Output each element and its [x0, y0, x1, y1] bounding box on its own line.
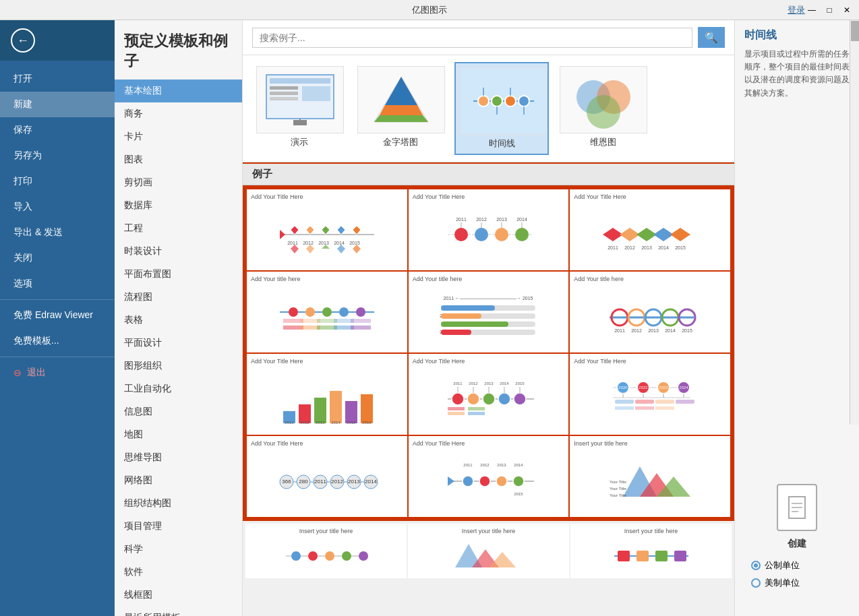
sidebar-item-exit[interactable]: ⊖ 退出 [0, 360, 115, 386]
example-item-1[interactable]: Add Your Title Here 2011 2012 2013 2014 [247, 189, 407, 270]
category-item-wireframe[interactable]: 线框图 [115, 584, 242, 607]
example-item-8[interactable]: Add Your Title Here 2011 2012 2013 2014 … [409, 354, 569, 435]
category-item-database[interactable]: 数据库 [115, 194, 242, 217]
ex10-content: 366 280 2011 2012 2013 2014 [251, 450, 403, 513]
example-item-2[interactable]: Add Your Title Here 2011 2012 2013 2014 [409, 189, 569, 270]
venn-thumbnail [560, 66, 647, 133]
template-card-presentation[interactable]: 演示 [252, 62, 347, 155]
example-item-10[interactable]: Add Your Title Here 366 280 2011 2012 20… [247, 436, 407, 517]
minimize-button[interactable]: — [805, 3, 819, 17]
ex3-content: 2011 2012 2013 2014 2015 [574, 203, 726, 266]
free-template-label: 免费模板... [13, 335, 59, 347]
sidebar-item-saveas[interactable]: 另存为 [0, 143, 115, 168]
svg-marker-10 [385, 77, 417, 105]
svg-point-194 [342, 551, 351, 561]
example-item-7[interactable]: Add Your Title Here 2011 2012 2013 2014 … [247, 354, 407, 435]
category-item-clipart[interactable]: 剪切画 [115, 171, 242, 194]
example-item-9[interactable]: Add Your Title Here [570, 354, 730, 435]
svg-rect-149 [615, 406, 634, 410]
svg-text:2012: 2012 [631, 328, 642, 333]
export-label: 导出 & 发送 [13, 226, 63, 239]
example-item-6[interactable]: Add Your title here 2011 2012 2013 2014 … [570, 272, 730, 352]
ex4-title: Add Your title here [251, 276, 403, 282]
sidebar-item-open[interactable]: 打开 [0, 66, 115, 92]
exit-icon: ⊖ [13, 367, 22, 378]
sidebar-item-new[interactable]: 新建 [0, 92, 115, 117]
category-item-orgchart[interactable]: 组织结构图 [115, 492, 242, 515]
template-card-pyramid[interactable]: 金字塔图 [353, 62, 448, 155]
bottom-item-2[interactable]: Insert your title here [408, 524, 569, 578]
ex12-content: Your Title Your Title Your Title [574, 450, 726, 513]
presentation-label: 演示 [256, 136, 343, 148]
search-button[interactable]: 🔍 [698, 27, 725, 48]
sidebar-item-free-template[interactable]: 免费模板... [0, 328, 115, 354]
bottom-item-3[interactable]: Insert your title here [570, 524, 732, 578]
category-item-project[interactable]: 项目管理 [115, 515, 242, 538]
bottom-item-1[interactable]: Insert your title here [245, 524, 407, 578]
category-item-network[interactable]: 网络图 [115, 469, 242, 492]
create-label[interactable]: 创建 [788, 538, 806, 550]
category-item-basic[interactable]: 基本绘图 [115, 80, 242, 102]
category-item-science[interactable]: 科学 [115, 538, 242, 561]
category-item-chart[interactable]: 图表 [115, 148, 242, 171]
category-item-flowchart[interactable]: 流程图 [115, 286, 242, 309]
right-panel-title: 时间线 [735, 20, 859, 48]
category-item-graphic[interactable]: 图形组织 [115, 355, 242, 377]
template-card-timeline[interactable]: 时间线 [454, 62, 549, 155]
sidebar-item-close[interactable]: 关闭 [0, 245, 115, 271]
category-item-floorplan[interactable]: 平面布置图 [115, 263, 242, 286]
category-list: 基本绘图商务卡片图表剪切画数据库工程时装设计平面布置图流程图表格平面设计图形组织… [115, 80, 242, 616]
back-button[interactable]: ← [11, 28, 35, 53]
sidebar-header: ← [0, 20, 115, 61]
radio-imperial-dot [751, 578, 761, 588]
category-item-card[interactable]: 卡片 [115, 125, 242, 148]
category-item-fashion[interactable]: 时装设计 [115, 240, 242, 263]
svg-marker-28 [306, 226, 314, 235]
category-item-mindmap[interactable]: 思维导图 [115, 446, 242, 469]
sidebar-item-options[interactable]: 选项 [0, 271, 115, 297]
svg-point-191 [291, 551, 301, 561]
category-item-software[interactable]: 软件 [115, 561, 242, 584]
ex9-title: Add Your Title Here [574, 358, 726, 365]
category-item-table[interactable]: 表格 [115, 309, 242, 332]
example-item-11[interactable]: Add Your Title Here 2011 2012 2013 2014 … [409, 436, 569, 517]
example-item-12[interactable]: Insert your title here Your Title Your T… [570, 436, 730, 517]
sidebar-item-print[interactable]: 打印 [0, 168, 115, 194]
svg-text:2011: 2011 [287, 241, 298, 245]
sidebar-item-import[interactable]: 导入 [0, 194, 115, 220]
category-item-business[interactable]: 商务 [115, 102, 242, 125]
scrollbar-track[interactable] [850, 20, 859, 425]
close-button[interactable]: ✕ [840, 3, 854, 17]
examples-section: 例子 Add Your Title Here 2011 2012 [243, 162, 734, 616]
svg-point-43 [454, 228, 468, 241]
svg-rect-134 [468, 412, 485, 415]
svg-marker-31 [353, 226, 361, 235]
restore-button[interactable]: □ [823, 3, 836, 17]
svg-text:2014: 2014 [658, 245, 669, 250]
category-item-engineering[interactable]: 工程 [115, 217, 242, 240]
category-item-industrial[interactable]: 工业自动化 [115, 377, 242, 400]
category-item-infographic[interactable]: 信息图 [115, 400, 242, 423]
svg-rect-146 [635, 400, 654, 404]
sidebar-item-export[interactable]: 导出 & 发送 [0, 220, 115, 245]
sidebar-item-save[interactable]: 保存 [0, 117, 115, 143]
svg-text:2015: 2015 [347, 421, 356, 425]
radio-imperial[interactable]: 美制单位 [751, 577, 850, 589]
category-item-map[interactable]: 地图 [115, 423, 242, 446]
example-item-5[interactable]: Add Your title here 2011 ←————————————→ … [409, 272, 569, 352]
category-item-recent[interactable]: 最近所用模板 [115, 607, 242, 616]
radio-metric[interactable]: 公制单位 [751, 559, 850, 572]
template-card-venn[interactable]: 维恩图 [556, 62, 650, 155]
ex7-content: 2011 2012 2013 2014 2015 2016 [251, 367, 403, 431]
svg-rect-5 [302, 86, 330, 101]
example-item-4[interactable]: Add Your title here [247, 272, 407, 352]
example-item-3[interactable]: Add Your Title Here 2011 2012 2013 2014 … [570, 189, 730, 270]
svg-rect-88 [441, 321, 508, 327]
svg-rect-132 [448, 412, 465, 415]
category-item-flatdesign[interactable]: 平面设计 [115, 332, 242, 355]
scrollbar-thumb[interactable] [851, 21, 859, 41]
sidebar-item-viewer[interactable]: 免费 Edraw Viewer [0, 303, 115, 328]
login-link[interactable]: 登录 [788, 4, 805, 16]
svg-text:2011: 2011 [608, 245, 618, 250]
search-input[interactable] [252, 28, 692, 48]
